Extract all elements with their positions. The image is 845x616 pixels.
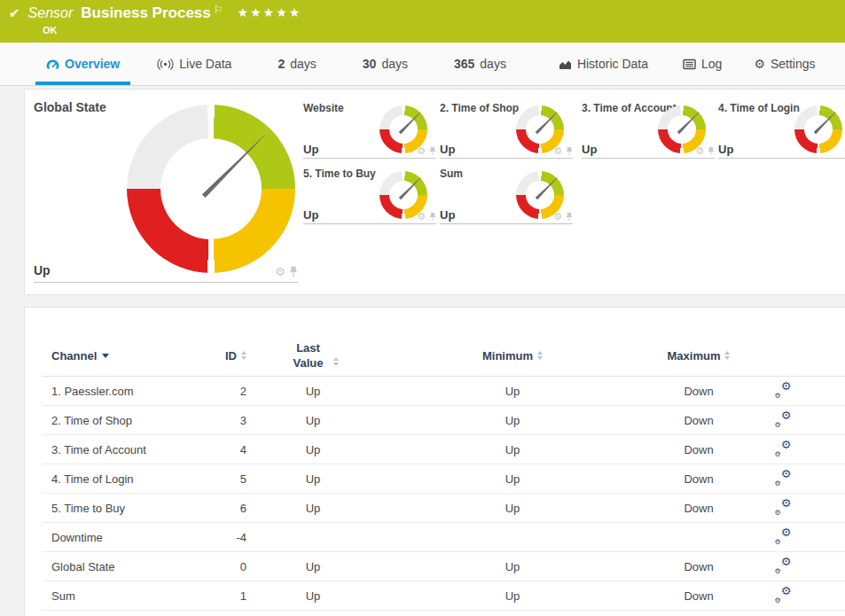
- mini-gauge-value: Up: [303, 208, 318, 222]
- column-header-id[interactable]: ID: [193, 349, 246, 363]
- cell-maximum: Down: [645, 502, 752, 515]
- cell-minimum: Up: [379, 443, 645, 456]
- channel-settings-gears-icon[interactable]: ⚙⚙: [775, 384, 792, 399]
- mini-gauge-tile-time-of-login: 4. Time of Login Up ⚙: [718, 100, 845, 159]
- pin-icon[interactable]: [566, 212, 573, 222]
- tab-settings[interactable]: ⚙ Settings: [743, 43, 825, 85]
- pin-icon[interactable]: [289, 266, 298, 277]
- cell-channel: 4. Time of Login: [51, 472, 193, 486]
- cell-last-value: Up: [246, 385, 379, 398]
- table-row-time-of-login: 4. Time of Login 5 Up Up Down ⚙⚙: [25, 464, 845, 494]
- column-header-minimum[interactable]: Minimum: [379, 349, 645, 363]
- mini-gauge-tile-sum: Sum Up ⚙: [440, 166, 573, 224]
- cell-last-value: Up: [246, 414, 379, 427]
- global-state-gauge: [127, 105, 295, 273]
- mini-gauge-value: Up: [303, 143, 318, 156]
- gauge-settings-gear-icon[interactable]: ⚙: [417, 212, 426, 222]
- cell-last-value: Up: [246, 560, 379, 573]
- cell-maximum: Down: [645, 560, 752, 573]
- channel-settings-gears-icon[interactable]: ⚙⚙: [775, 472, 792, 487]
- sort-updown-icon: [537, 351, 543, 360]
- table-row-time-of-account: 3. Time of Account 4 Up Up Down ⚙⚙: [25, 435, 845, 464]
- channel-settings-gears-icon[interactable]: ⚙⚙: [775, 413, 792, 428]
- cell-last-value: Up: [246, 502, 379, 515]
- pin-icon[interactable]: [708, 146, 715, 156]
- mini-gauge-tile-time-of-account: 3. Time of Account Up ⚙: [582, 100, 715, 159]
- tab-bar: Overview Live Data 2 days 30 days 365 da…: [0, 43, 845, 86]
- channel-settings-gears-icon[interactable]: ⚙⚙: [775, 559, 792, 574]
- pin-icon[interactable]: [566, 146, 573, 156]
- tab-365-days[interactable]: 365 days: [443, 43, 517, 85]
- cell-id: 0: [193, 560, 246, 573]
- mini-gauge-value: Up: [718, 143, 733, 156]
- channel-settings-gears-icon[interactable]: ⚙⚙: [775, 589, 792, 604]
- gauge-settings-gear-icon[interactable]: ⚙: [695, 146, 704, 156]
- cell-id: 1: [193, 589, 246, 603]
- channel-table-header: Channel ID Last Value Minimum Maximum: [25, 334, 845, 377]
- tab-30-days[interactable]: 30 days: [352, 43, 419, 85]
- gauge-settings-gear-icon[interactable]: ⚙: [275, 266, 286, 277]
- object-kind-label: Sensor: [28, 5, 74, 21]
- mini-gauge-title: 4. Time of Login: [718, 102, 800, 114]
- column-header-maximum[interactable]: Maximum: [645, 349, 752, 363]
- cell-channel: Sum: [51, 589, 193, 603]
- tab-historic-data[interactable]: Historic Data: [548, 43, 659, 85]
- mini-gauge-tile-website: Website Up ⚙: [303, 100, 436, 159]
- table-row-global-state: Global State 0 Up Up Down ⚙⚙: [25, 552, 845, 581]
- mini-gauge-value: Up: [440, 143, 455, 156]
- cell-id: -4: [193, 531, 246, 544]
- cell-id: 3: [193, 414, 246, 427]
- cell-minimum: Up: [379, 385, 645, 398]
- tab-2-days[interactable]: 2 days: [267, 43, 326, 85]
- cell-maximum: Down: [645, 472, 752, 486]
- overview-gauges-panel: Global State Up ⚙ Website Up ⚙ 2. Time o…: [24, 89, 845, 295]
- priority-stars[interactable]: ★★★★★: [238, 5, 302, 19]
- table-row-sum: Sum 1 Up Up Down ⚙⚙: [25, 581, 845, 611]
- cell-last-value: Up: [246, 472, 379, 486]
- mini-gauge-title: 5. Time to Buy: [303, 168, 376, 180]
- table-row-time-to-buy: 5. Time to Buy 6 Up Up Down ⚙⚙: [25, 494, 845, 523]
- channel-settings-gears-icon[interactable]: ⚙⚙: [775, 442, 792, 457]
- cell-id: 5: [193, 472, 246, 486]
- table-row-time-of-shop: 2. Time of Shop 3 Up Up Down ⚙⚙: [25, 406, 845, 435]
- tab-live-data[interactable]: Live Data: [146, 43, 242, 85]
- flag-icon[interactable]: ⚐: [214, 4, 223, 16]
- sensor-name: Business Process: [81, 4, 210, 22]
- mini-gauge-tile-time-to-buy: 5. Time to Buy Up ⚙: [303, 166, 436, 224]
- pin-icon[interactable]: [429, 212, 436, 222]
- gauge-settings-gear-icon[interactable]: ⚙: [553, 212, 562, 222]
- gauge-settings-gear-icon[interactable]: ⚙: [417, 146, 426, 156]
- channel-settings-gears-icon[interactable]: ⚙⚙: [775, 530, 792, 545]
- cell-channel: Downtime: [51, 531, 193, 544]
- settings-gear-icon: ⚙: [754, 57, 765, 71]
- cell-minimum: Up: [379, 502, 645, 515]
- cell-maximum: Down: [645, 443, 752, 456]
- tab-log[interactable]: Log: [672, 43, 732, 85]
- gauge-settings-gear-icon[interactable]: ⚙: [553, 146, 562, 156]
- live-broadcast-icon: [157, 58, 174, 70]
- cell-minimum: Up: [379, 472, 645, 486]
- cell-maximum: Down: [645, 385, 752, 398]
- cell-last-value: Up: [246, 443, 379, 456]
- cell-channel: 5. Time to Buy: [51, 502, 193, 515]
- cell-minimum: Up: [379, 589, 645, 603]
- log-list-icon: [683, 58, 696, 70]
- channel-settings-gears-icon[interactable]: ⚙⚙: [775, 501, 792, 516]
- sensor-title-bar: ✔ Sensor Business Process ⚐ ★★★★★ OK: [0, 0, 845, 43]
- tab-overview[interactable]: Overview: [35, 43, 130, 85]
- global-gauge-footer: Up ⚙: [34, 263, 298, 283]
- cell-channel: Global State: [51, 560, 193, 573]
- column-header-channel[interactable]: Channel: [51, 349, 193, 363]
- cell-id: 4: [193, 443, 246, 456]
- pin-icon[interactable]: [429, 146, 436, 156]
- gauge-icon: [46, 58, 59, 70]
- column-header-last-value[interactable]: Last Value: [246, 340, 379, 370]
- channel-table-panel: Channel ID Last Value Minimum Maximum 1.…: [24, 307, 845, 616]
- area-chart-icon: [559, 58, 572, 70]
- cell-channel: 3. Time of Account: [51, 443, 193, 456]
- cell-id: 2: [193, 385, 246, 398]
- cell-last-value: Up: [246, 589, 379, 603]
- cell-channel: 1. Paessler.com: [51, 385, 193, 398]
- table-row-paessler-com: 1. Paessler.com 2 Up Up Down ⚙⚙: [25, 377, 845, 406]
- mini-gauge-title: Website: [303, 102, 344, 114]
